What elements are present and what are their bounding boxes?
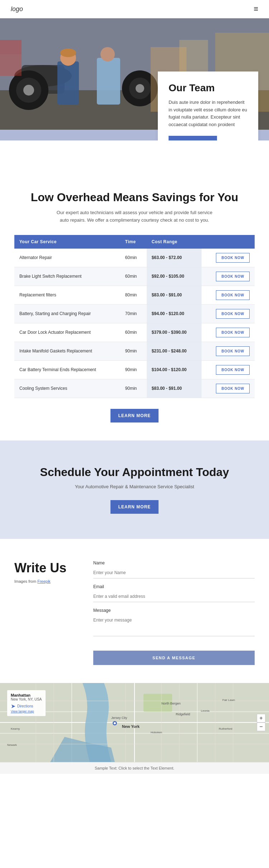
service-name: Cooling System Services: [14, 379, 120, 398]
footer-bar: Sample Text: Click to select the Text El…: [0, 762, 269, 774]
name-group: Name: [93, 560, 255, 578]
book-now-button[interactable]: BOOK NOW: [216, 328, 250, 337]
hero-learn-more-button[interactable]: LEARN MORE: [169, 136, 217, 140]
table-row: Cooling System Services 90min $83.00 - $…: [14, 379, 255, 398]
book-now-button[interactable]: BOOK NOW: [216, 272, 250, 281]
email-input[interactable]: [93, 591, 255, 602]
message-group: Message: [93, 608, 255, 638]
table-row: Intake Manifold Gaskets Replacement 90mi…: [14, 342, 255, 360]
table-row: Replacement filters 80min $83.00 - $91.0…: [14, 286, 255, 304]
table-row: Car Door Lock Actuator Replacement 60min…: [14, 323, 255, 342]
service-time: 70min: [120, 304, 147, 323]
book-cell: BOOK NOW: [202, 304, 255, 323]
book-now-button[interactable]: BOOK NOW: [216, 309, 250, 319]
svg-point-9: [136, 84, 144, 93]
col-cost: Cost Range: [147, 235, 202, 249]
book-now-button[interactable]: BOOK NOW: [216, 365, 250, 375]
savings-title: Low Overhead Means Savings for You: [14, 191, 255, 204]
service-time: 90min: [120, 379, 147, 398]
savings-learn-more-container: LEARN MORE: [14, 409, 255, 423]
svg-text:Jersey City: Jersey City: [111, 716, 127, 720]
message-textarea[interactable]: [93, 615, 255, 636]
service-name: Alternator Repair: [14, 249, 120, 267]
col-book: [202, 235, 255, 249]
savings-section: Low Overhead Means Savings for You Our e…: [0, 169, 269, 440]
map-directions[interactable]: ➤ Directions: [11, 703, 42, 710]
table-row: Alternator Repair 60min $63.00 - $72.00 …: [14, 249, 255, 267]
header: logo ≡: [0, 0, 269, 18]
book-cell: BOOK NOW: [202, 286, 255, 304]
directions-arrow-icon: ➤: [11, 703, 15, 710]
directions-text[interactable]: Directions: [17, 704, 33, 708]
svg-point-6: [23, 85, 34, 96]
appointment-section: Schedule Your Appointment Today Your Aut…: [0, 440, 269, 539]
view-larger-map-link[interactable]: View larger map: [11, 710, 42, 713]
book-now-button[interactable]: BOOK NOW: [216, 384, 250, 393]
service-cost: $231.00 - $248.00: [147, 342, 202, 360]
savings-subtitle: Our expert auto technicians will assess …: [56, 209, 213, 224]
appointment-title: Schedule Your Appointment Today: [14, 466, 255, 479]
svg-text:Hoboken: Hoboken: [151, 731, 162, 734]
service-name: Car Battery Terminal Ends Replacement: [14, 360, 120, 379]
book-cell: BOOK NOW: [202, 342, 255, 360]
service-time: 60min: [120, 249, 147, 267]
map-state: New York, NY, USA: [11, 697, 42, 701]
service-cost: $63.00 - $72.00: [147, 249, 202, 267]
book-now-button[interactable]: BOOK NOW: [216, 346, 250, 356]
svg-text:Ridgefield: Ridgefield: [176, 712, 190, 716]
name-input[interactable]: [93, 567, 255, 578]
service-time: 60min: [120, 267, 147, 286]
book-cell: BOOK NOW: [202, 323, 255, 342]
zoom-out-button[interactable]: −: [257, 722, 265, 731]
freepik-note: Images from Freepik: [14, 579, 79, 583]
service-name: Replacement filters: [14, 286, 120, 304]
service-time: 60min: [120, 323, 147, 342]
svg-text:Kearny: Kearny: [11, 727, 20, 730]
services-tbody: Alternator Repair 60min $63.00 - $72.00 …: [14, 249, 255, 398]
book-cell: BOOK NOW: [202, 249, 255, 267]
hero-card: Our Team Duis aute irure dolor in repreh…: [158, 71, 258, 140]
email-group: Email: [93, 584, 255, 602]
service-cost: $104.00 - $120.00: [147, 360, 202, 379]
services-table: Your Car Service Time Cost Range Alterna…: [14, 235, 255, 398]
service-time: 90min: [120, 360, 147, 379]
message-label: Message: [93, 608, 255, 613]
book-now-button[interactable]: BOOK NOW: [216, 290, 250, 300]
svg-point-12: [60, 49, 76, 57]
service-name: Intake Manifold Gaskets Replacement: [14, 342, 120, 360]
zoom-in-button[interactable]: +: [257, 714, 265, 722]
freepik-link[interactable]: Freepik: [37, 579, 51, 583]
map-section: New York Jersey City North Bergen Ridgef…: [0, 683, 269, 762]
hero-card-title: Our Team: [169, 82, 247, 94]
svg-text:New York: New York: [122, 724, 140, 729]
svg-rect-18: [0, 40, 22, 54]
svg-text:Leonia: Leonia: [201, 709, 210, 712]
service-name: Car Door Lock Actuator Replacement: [14, 323, 120, 342]
col-service: Your Car Service: [14, 235, 120, 249]
service-cost: $94.00 - $120.00: [147, 304, 202, 323]
logo: logo: [11, 5, 23, 13]
map-city: Manhattan: [11, 693, 42, 697]
contact-title: Write Us: [14, 560, 79, 576]
hamburger-menu-icon[interactable]: ≡: [254, 4, 258, 14]
table-row: Brake Light Switch Replacement 60min $92…: [14, 267, 255, 286]
service-cost: $379.00 - $390.00: [147, 323, 202, 342]
svg-point-50: [114, 722, 116, 724]
service-cost: $92.00 - $105.00: [147, 267, 202, 286]
book-cell: BOOK NOW: [202, 360, 255, 379]
table-header: Your Car Service Time Cost Range: [14, 235, 255, 249]
send-message-button[interactable]: SEND A MESSAGE: [93, 651, 255, 665]
savings-learn-more-button[interactable]: LEARN MORE: [110, 409, 159, 423]
hero-section: Our Team Duis aute irure dolor in repreh…: [0, 18, 269, 140]
svg-point-14: [100, 47, 115, 61]
contact-section: Write Us Images from Freepik Name Email …: [0, 539, 269, 683]
svg-text:Fair Lawn: Fair Lawn: [222, 698, 235, 702]
book-now-button[interactable]: BOOK NOW: [216, 253, 250, 263]
appointment-subtitle: Your Automotive Repair & Maintenance Ser…: [14, 484, 255, 489]
service-cost: $83.00 - $91.00: [147, 286, 202, 304]
map-zoom-controls: + −: [257, 714, 265, 731]
map-label: Manhattan New York, NY, USA ➤ Directions…: [7, 690, 46, 716]
contact-form: Name Email Message SEND A MESSAGE: [93, 560, 255, 665]
appointment-learn-more-button[interactable]: LEARN MORE: [110, 500, 159, 514]
service-time: 90min: [120, 342, 147, 360]
